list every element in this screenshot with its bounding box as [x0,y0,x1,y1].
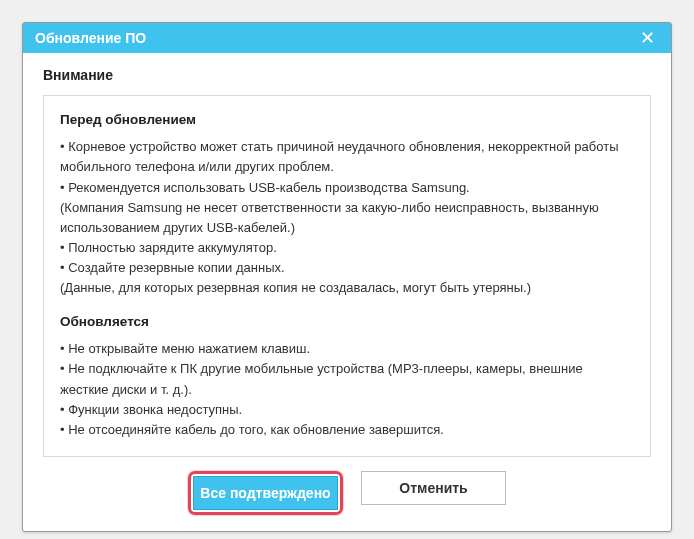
info-line: • Не открывайте меню нажатием клавиш. [60,339,634,359]
info-line: (Данные, для которых резервная копия не … [60,278,634,298]
section-before-heading: Перед обновлением [60,110,634,131]
info-line: • Функции звонка недоступны. [60,400,634,420]
update-dialog: Обновление ПО ✕ Внимание Перед обновлени… [22,22,672,532]
highlight-annotation: Все подтверждено [188,471,343,515]
info-line: • Создайте резервные копии данных. [60,258,634,278]
attention-heading: Внимание [43,67,651,83]
close-icon[interactable]: ✕ [636,27,659,49]
info-line: (Компания Samsung не несет ответственнос… [60,198,634,238]
info-box: Перед обновлением • Корневое устройство … [43,95,651,457]
dialog-title: Обновление ПО [35,30,636,46]
confirm-button[interactable]: Все подтверждено [193,476,338,510]
info-line: • Полностью зарядите аккумулятор. [60,238,634,258]
dialog-content: Внимание Перед обновлением • Корневое ус… [23,53,671,531]
info-line: • Не подключайте к ПК другие мобильные у… [60,359,634,399]
cancel-button[interactable]: Отменить [361,471,506,505]
titlebar: Обновление ПО ✕ [23,23,671,53]
info-line: • Корневое устройство может стать причин… [60,137,634,177]
info-line: • Рекомендуется использовать USB-кабель … [60,178,634,198]
info-line: • Не отсоединяйте кабель до того, как об… [60,420,634,440]
button-row: Все подтверждено Отменить [43,457,651,521]
section-during-heading: Обновляется [60,312,634,333]
